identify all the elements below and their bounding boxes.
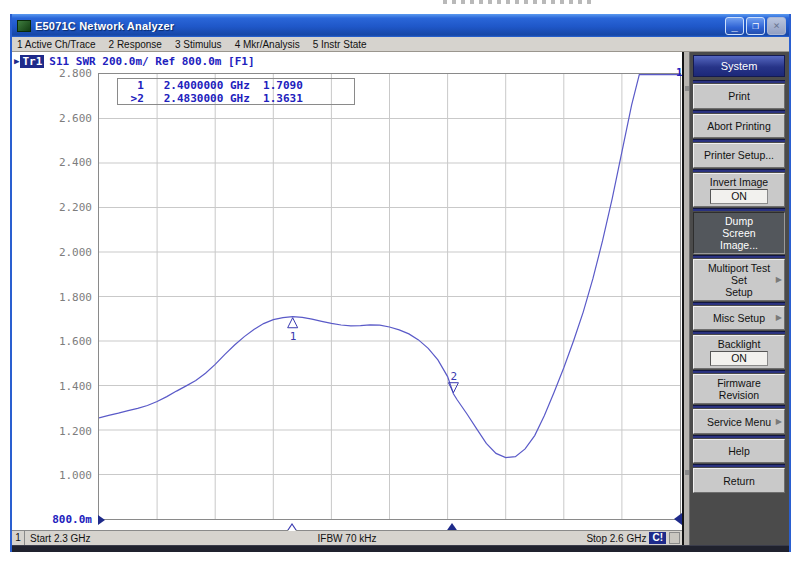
softkey-label: Backlight: [718, 338, 761, 350]
softkey-label: Invert Image: [710, 176, 768, 188]
marker-1-number: 1: [290, 330, 297, 343]
title-bar[interactable]: E5071C Network Analyzer _ ❐ ×: [12, 14, 789, 37]
softkey-label: Printer Setup...: [704, 149, 774, 161]
ifbw-readout: IFBW 70 kHz: [12, 533, 682, 544]
softkey-separator: [693, 80, 785, 83]
window-title: E5071C Network Analyzer: [35, 20, 725, 32]
trace-status-line[interactable]: ▶ Tr1 S11 SWR 200.0m/ Ref 800.0m [F1]: [14, 54, 255, 68]
channel-number: 1: [12, 531, 25, 545]
submenu-arrow-icon: ▶: [776, 416, 782, 428]
softkey-misc-setup[interactable]: Misc Setup▶: [693, 306, 785, 331]
softkey-abort-printing[interactable]: Abort Printing: [693, 114, 785, 139]
softkey-printer-setup[interactable]: Printer Setup...: [693, 143, 785, 168]
y-axis-label: 1.000: [14, 469, 92, 482]
softkey-help[interactable]: Help: [693, 439, 785, 464]
app-window: E5071C Network Analyzer _ ❐ × 1 Active C…: [10, 14, 791, 552]
softkey-label: Revision: [719, 389, 759, 401]
y-axis-label: 1.600: [14, 335, 92, 348]
softkey-label: Help: [728, 445, 750, 457]
trace-plot-svg: 12: [99, 74, 680, 519]
y-axis-label: 2.800: [14, 67, 92, 80]
y-axis-label: 2.000: [14, 246, 92, 259]
softkey-service-menu[interactable]: Service Menu▶: [693, 409, 785, 434]
menu-item-5-instr-state[interactable]: 5 Instr State: [313, 39, 367, 50]
submenu-arrow-icon: ▶: [776, 312, 782, 324]
menu-item-2-response[interactable]: 2 Response: [109, 39, 162, 50]
softkey-separator: [693, 435, 785, 438]
softkey-label: Screen Image...: [702, 227, 776, 251]
submenu-arrow-icon: ▶: [776, 274, 782, 286]
softkey-label: Return: [723, 475, 755, 487]
softkey-separator: [693, 302, 785, 305]
marker-readout-box: 1 2.4000000 GHz 1.7090 >2 2.4830000 GHz …: [117, 78, 355, 105]
softkey-label: Abort Printing: [707, 120, 771, 132]
softkey-sidebar: SystemPrintAbort PrintingPrinter Setup..…: [682, 52, 789, 545]
restore-button[interactable]: ❐: [746, 17, 765, 35]
y-axis-label: 1.800: [14, 291, 92, 304]
softkey-toggle-state: ON: [710, 189, 768, 204]
marker-1-symbol-icon[interactable]: [288, 318, 298, 328]
softkey-multiport-test-set-setup[interactable]: Multiport Test SetSetup▶: [693, 259, 785, 301]
channel-status-bar: 1 Start 2.3 GHz IFBW 70 kHz Stop 2.6 GHz…: [12, 530, 682, 545]
softkey-scrollbar[interactable]: [684, 52, 690, 545]
softkey-label: Firmware: [717, 377, 761, 389]
softkey-invert-image[interactable]: Invert ImageON: [693, 173, 785, 207]
menu-item-3-stimulus[interactable]: 3 Stimulus: [175, 39, 222, 50]
softkey-print[interactable]: Print: [693, 84, 785, 109]
softkey-empty-area: [693, 493, 785, 545]
softkey-separator: [693, 405, 785, 408]
window-bottom-edge: [12, 545, 789, 552]
softkey-label: Service Menu: [707, 416, 771, 428]
softkey-separator: [693, 255, 785, 258]
softkey-separator: [693, 169, 785, 172]
softkey-separator: [693, 208, 785, 211]
stop-frequency: Stop 2.6 GHz: [586, 533, 646, 544]
softkey-separator: [693, 331, 785, 334]
softkey-label: Print: [728, 90, 750, 102]
softkey-label: Setup: [725, 286, 752, 298]
y-axis-label: 1.400: [14, 380, 92, 393]
y-axis-label: 2.200: [14, 201, 92, 214]
trace-format-text: S11 SWR 200.0m/ Ref 800.0m [F1]: [49, 55, 254, 68]
softkey-return[interactable]: Return: [693, 468, 785, 493]
close-button[interactable]: ×: [767, 17, 786, 35]
plot-area: 12 1 2.4000000 GHz 1.7090 >2 2.4830000 G…: [98, 73, 681, 520]
cal-status-badge: C!: [649, 532, 666, 544]
start-frequency: Start 2.3 GHz: [25, 533, 91, 544]
softkey-separator: [693, 110, 785, 113]
marker-readout-row: >2 2.4830000 GHz 1.3631: [124, 92, 354, 105]
y-axis-label: 2.400: [14, 156, 92, 169]
softkey-separator: [693, 139, 785, 142]
active-trace-arrow-icon: ▶: [14, 56, 19, 66]
softkey-backlight[interactable]: BacklightON: [693, 335, 785, 369]
clipped-text-fragment: [443, 0, 593, 4]
softkey-dump-screen-image[interactable]: DumpScreen Image...: [693, 212, 785, 254]
status-spacer-box: [669, 532, 680, 544]
menu-item-4-mkr-analysis[interactable]: 4 Mkr/Analysis: [235, 39, 300, 50]
softkey-label: Misc Setup: [713, 312, 765, 324]
y-axis-reference-label: 800.0m: [14, 513, 92, 526]
marker-2-number: 2: [450, 370, 457, 383]
minimize-button[interactable]: _: [725, 17, 744, 35]
marker-readout-row: 1 2.4000000 GHz 1.7090: [124, 79, 354, 92]
menu-item-1-active-ch-trace[interactable]: 1 Active Ch/Trace: [17, 39, 96, 50]
y-axis-label: 2.600: [14, 112, 92, 125]
softkey-label: Multiport Test Set: [702, 262, 776, 286]
softkey-separator: [693, 464, 785, 467]
softkey-header-system[interactable]: System: [693, 55, 785, 77]
instrument-screen: ▶ Tr1 S11 SWR 200.0m/ Ref 800.0m [F1] 12…: [12, 52, 682, 545]
sweep-edge-arrow-icon: [674, 513, 682, 525]
softkey-label: Dump: [725, 215, 753, 227]
menu-bar: 1 Active Ch/Trace2 Response3 Stimulus4 M…: [12, 37, 789, 52]
reference-level-arrow-icon[interactable]: [98, 515, 105, 525]
y-axis-label: 1.200: [14, 425, 92, 438]
trace-id-chip: Tr1: [20, 55, 44, 68]
softkey-firmware-revision[interactable]: FirmwareRevision: [693, 374, 785, 404]
softkey-separator: [693, 370, 785, 373]
softkey-toggle-state: ON: [710, 351, 768, 366]
app-icon: [17, 20, 31, 32]
